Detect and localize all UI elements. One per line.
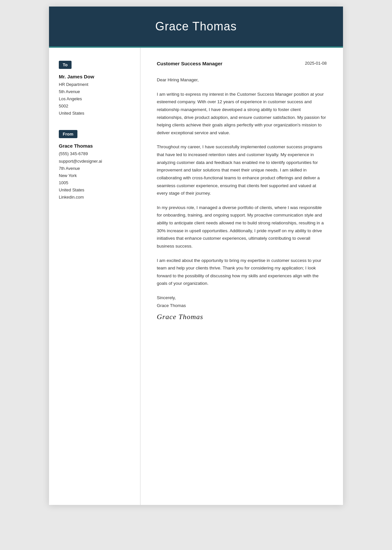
to-line3: Los Angeles <box>59 95 130 103</box>
main-content: Customer Success Manager 2025-01-08 Dear… <box>140 48 343 505</box>
from-line4: United States <box>59 186 130 194</box>
closing-line1: Sincerely, <box>157 294 327 302</box>
sidebar: To Mr. James Dow HR Department 5th Avenu… <box>49 48 140 505</box>
from-line3: 1005 <box>59 179 130 186</box>
from-line5: Linkedin.com <box>59 194 130 201</box>
to-badge: To <box>59 61 72 69</box>
to-line2: 5th Avenue <box>59 88 130 95</box>
paragraph-4: I am excited about the opportunity to br… <box>157 257 327 288</box>
paragraph-3: In my previous role, I managed a diverse… <box>157 204 327 250</box>
from-line2: New York <box>59 172 130 179</box>
header-name: Grace Thomas <box>56 20 336 33</box>
from-email: support@cvdesigner.ai <box>59 158 130 165</box>
closing-line2: Grace Thomas <box>157 302 327 310</box>
job-title: Customer Success Manager <box>157 61 222 66</box>
to-line5: United States <box>59 110 130 117</box>
from-section: From Grace Thomas (555) 345-6789 support… <box>59 130 130 201</box>
to-section: To Mr. James Dow HR Department 5th Avenu… <box>59 61 130 117</box>
paragraph-1: I am writing to express my interest in t… <box>157 90 327 137</box>
header: Grace Thomas <box>49 7 343 46</box>
letter-body: Dear Hiring Manager, I am writing to exp… <box>157 76 327 287</box>
from-phone: (555) 345-6789 <box>59 150 130 157</box>
salutation: Dear Hiring Manager, <box>157 76 327 84</box>
signature-cursive: Grace Thomas <box>157 313 327 321</box>
signature-section: Sincerely, Grace Thomas Grace Thomas <box>157 294 327 321</box>
letter-header-row: Customer Success Manager 2025-01-08 <box>157 61 327 66</box>
from-badge: From <box>59 130 77 138</box>
from-name: Grace Thomas <box>59 143 130 149</box>
to-line4: 5002 <box>59 103 130 110</box>
page: Grace Thomas To Mr. James Dow HR Departm… <box>49 7 343 505</box>
to-name: Mr. James Dow <box>59 74 130 79</box>
letter-date: 2025-01-08 <box>305 61 327 66</box>
from-line1: 7th Avenue <box>59 165 130 172</box>
paragraph-2: Throughout my career, I have successfull… <box>157 143 327 197</box>
to-line1: HR Department <box>59 81 130 88</box>
body-layout: To Mr. James Dow HR Department 5th Avenu… <box>49 48 343 505</box>
